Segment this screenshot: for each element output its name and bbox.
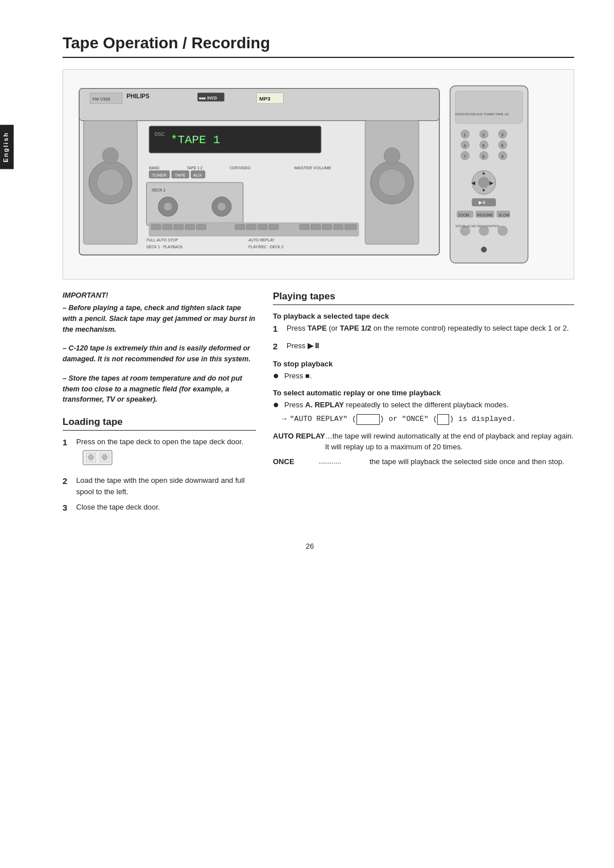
loading-step-2: 2 Load the tape with the open side downw… xyxy=(63,475,256,497)
svg-text:RESUME: RESUME xyxy=(477,213,493,217)
svg-text:6: 6 xyxy=(501,143,503,148)
svg-text:2: 2 xyxy=(482,132,484,137)
svg-text:TAPE: TAPE xyxy=(175,173,186,178)
svg-text:◀: ◀ xyxy=(471,180,475,186)
replay-table: AUTO REPLAY …the tape will rewind automa… xyxy=(273,431,574,468)
loading-tape-section: Loading tape 1 Press on the tape deck to… xyxy=(63,416,256,515)
loading-step-2-text: Load the tape with the open side downwar… xyxy=(76,475,256,497)
stop-text: Press ■. xyxy=(284,370,574,382)
svg-rect-46 xyxy=(196,224,206,229)
svg-point-34 xyxy=(164,202,172,211)
svg-text:TUNER: TUNER xyxy=(152,173,167,178)
svg-text:FM V330: FM V330 xyxy=(93,97,110,102)
once-desc: the tape will playback the selected side… xyxy=(370,456,574,468)
once-row: ONCE ............ the tape will playback… xyxy=(273,456,574,468)
svg-point-26 xyxy=(102,148,118,164)
svg-text:MASTER VOLUME: MASTER VOLUME xyxy=(294,165,331,170)
playback-step-1-text: Press TAPE (or TAPE 1/2 on the remote co… xyxy=(287,323,574,336)
svg-text:PHILIPS: PHILIPS xyxy=(127,93,150,99)
svg-text:7: 7 xyxy=(463,154,466,159)
svg-rect-48 xyxy=(246,224,256,229)
loading-step-1: 1 Press on the tape deck to open the tap… xyxy=(63,436,256,470)
svg-point-100 xyxy=(102,454,107,460)
arrow-display-item: → "AUTO REPLAY" ( ) or "ONCE" ( ) is dis… xyxy=(282,414,574,425)
svg-point-99 xyxy=(88,454,94,460)
svg-rect-47 xyxy=(235,224,244,229)
playback-steps-list: 1 Press TAPE (or TAPE 1/2 on the remote … xyxy=(273,323,574,353)
svg-text:DECK 1 · PLAYBACK: DECK 1 · PLAYBACK xyxy=(147,245,183,249)
playback-step-2-text: Press ▶⏸ xyxy=(287,340,574,353)
important-point-2: – C-120 tape is extremely thin and is ea… xyxy=(63,343,256,365)
svg-text:MP3: MP3 xyxy=(259,95,270,102)
page-title: Tape Operation / Recording xyxy=(63,34,574,58)
svg-point-95 xyxy=(481,247,486,252)
svg-rect-50 xyxy=(269,224,279,229)
page-container: English Tape Operation / Recording FM V3… xyxy=(0,0,614,868)
svg-point-30 xyxy=(384,148,400,164)
svg-text:DVD/CD/USB AUX TUNER TAPE 1/2: DVD/CD/USB AUX TUNER TAPE 1/2 xyxy=(455,112,509,116)
playback-step-2: 2 Press ▶⏸ xyxy=(273,340,574,353)
svg-text:*TAPE 1: *TAPE 1 xyxy=(171,133,220,147)
svg-rect-49 xyxy=(258,224,267,229)
svg-rect-44 xyxy=(174,224,184,229)
svg-point-36 xyxy=(217,202,226,211)
auto-replay-heading: To select automatic replay or one time p… xyxy=(273,389,574,397)
svg-text:BAND: BAND xyxy=(149,166,160,170)
auto-replay-desc: …the tape will rewind automatically at t… xyxy=(325,431,574,453)
svg-text:TAPE 1·2: TAPE 1·2 xyxy=(186,166,202,170)
svg-text:AUTO REPLAY: AUTO REPLAY xyxy=(248,238,275,242)
right-column: Playing tapes To playback a selected tap… xyxy=(273,291,574,519)
svg-text:1: 1 xyxy=(463,132,466,137)
loading-step-1-text: Press on the tape deck to open the tape … xyxy=(76,436,256,470)
auto-replay-row: AUTO REPLAY …the tape will rewind automa… xyxy=(273,431,574,453)
svg-text:■■■ 3VCD: ■■■ 3VCD xyxy=(199,96,217,100)
loading-step-3-text: Close the tape deck door. xyxy=(76,502,256,515)
playing-tapes-section: Playing tapes To playback a selected tap… xyxy=(273,291,574,467)
svg-text:9: 9 xyxy=(501,154,503,159)
auto-replay-label: AUTO REPLAY xyxy=(273,431,325,453)
important-title: IMPORTANT! xyxy=(63,291,256,299)
svg-text:SLOW: SLOW xyxy=(499,213,510,217)
left-column: IMPORTANT! – Before playing a tape, chec… xyxy=(63,291,256,519)
svg-text:CDR/VIDEO: CDR/VIDEO xyxy=(230,166,251,170)
svg-point-25 xyxy=(97,169,124,196)
auto-replay-text: Press A. REPLAY repeatedly to select the… xyxy=(284,399,574,411)
svg-rect-51 xyxy=(300,224,309,229)
svg-text:AUX: AUX xyxy=(193,173,202,178)
svg-text:DSC: DSC xyxy=(155,131,165,137)
loading-steps-list: 1 Press on the tape deck to open the tap… xyxy=(63,436,256,515)
important-point-3: – Store the tapes at room temperature an… xyxy=(63,373,256,405)
svg-rect-57 xyxy=(455,91,522,123)
playback-step-1: 1 Press TAPE (or TAPE 1/2 on the remote … xyxy=(273,323,574,336)
device-diagram: FM V330 PHILIPS ■■■ 3VCD MP3 *TAPE 1 DSC xyxy=(63,72,574,277)
loading-tape-heading: Loading tape xyxy=(63,416,256,431)
loading-step-3: 3 Close the tape deck door. xyxy=(63,502,256,515)
playing-tapes-heading: Playing tapes xyxy=(273,291,574,305)
svg-rect-54 xyxy=(333,224,343,229)
arrow-display-text: "AUTO REPLAY" ( ) or "ONCE" ( ) is displ… xyxy=(290,414,516,425)
svg-rect-55 xyxy=(345,224,356,229)
auto-replay-bullet: ● Press A. REPLAY repeatedly to select t… xyxy=(273,399,574,411)
svg-text:8: 8 xyxy=(482,154,484,159)
svg-rect-42 xyxy=(151,224,161,229)
svg-point-29 xyxy=(379,169,405,196)
svg-text:ZOOM: ZOOM xyxy=(458,213,470,217)
stop-bullet: ● Press ■. xyxy=(273,370,574,382)
svg-point-78 xyxy=(479,177,489,188)
svg-text:4: 4 xyxy=(463,143,466,148)
svg-rect-96 xyxy=(83,450,112,465)
svg-text:3: 3 xyxy=(501,132,503,137)
svg-text:FULL AUTO STOP: FULL AUTO STOP xyxy=(147,238,179,242)
svg-rect-45 xyxy=(185,224,195,229)
once-label: ONCE xyxy=(273,456,318,468)
svg-text:5: 5 xyxy=(482,143,484,148)
page-number: 26 xyxy=(45,542,574,550)
svg-text:VOCAL      ECHO      KEY CONTR: VOCAL ECHO KEY CONTROL xyxy=(455,224,500,228)
svg-rect-43 xyxy=(163,224,172,229)
tape-illustration xyxy=(82,448,113,471)
svg-text:▼: ▼ xyxy=(481,187,486,193)
svg-text:▶⏸: ▶⏸ xyxy=(479,200,487,205)
svg-rect-52 xyxy=(311,224,321,229)
svg-text:▲: ▲ xyxy=(481,170,486,176)
content-area: IMPORTANT! – Before playing a tape, chec… xyxy=(63,291,574,519)
